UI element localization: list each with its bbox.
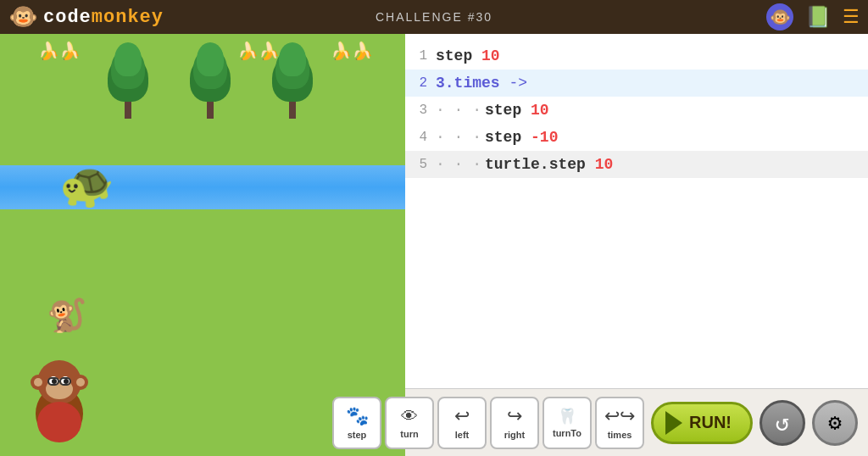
code-line-5: 5 · · ·turtle.step 10 (405, 151, 868, 178)
tree-2 (188, 42, 232, 119)
logo-monkey-icon: 🐵 (8, 3, 38, 31)
banana-bunch-3: 🍌🍌 (331, 41, 373, 62)
line-content-2: 3.times -> (436, 75, 527, 92)
turnto-icon: 🦷 (558, 407, 576, 425)
command-bar: 🐾 step 👁 turn ↩ left ↪ right (405, 388, 868, 456)
line-num-3: 3 (405, 103, 436, 118)
cmd-step-button[interactable]: 🐾 step (332, 397, 381, 449)
code-panel: 1 step 10 2 3.times -> 3 · · ·step 10 (405, 34, 868, 456)
run-label: RUN! (689, 413, 732, 432)
banana-bunch-1: 🍌🍌 (38, 41, 81, 62)
settings-button[interactable]: ⚙ (812, 400, 858, 446)
svg-point-10 (37, 402, 81, 442)
kw-arrow-2: -> (509, 75, 527, 92)
main-layout: 📏 (0, 34, 868, 456)
line-num-5: 5 (405, 157, 436, 172)
cmd-right-button[interactable]: ↪ right (490, 397, 539, 449)
step-label: step (348, 430, 367, 440)
banana-icon-1: 🍌🍌 (38, 42, 81, 62)
book-icon: 📗 (805, 5, 831, 30)
line-num-2: 2 (405, 75, 436, 91)
challenge-title: CHALLENGE #30 (376, 10, 492, 24)
times-label: times (608, 430, 632, 440)
profile-icon: 🐵 (770, 7, 791, 28)
svg-point-5 (52, 379, 57, 384)
menu-button[interactable]: ☰ (843, 6, 860, 29)
kw-turtle-5: turtle.step (485, 156, 586, 173)
cmd-times-button[interactable]: ↩↪ times (595, 397, 644, 449)
tree-foliage-2 (188, 42, 232, 119)
num-10-1: 10 (481, 47, 500, 64)
kw-step-1: step (436, 47, 472, 64)
cmd-turn-button[interactable]: 👁 turn (385, 397, 434, 449)
logo-text: codemonkey (43, 7, 164, 28)
turn-label: turn (400, 429, 418, 439)
times-icon: ↩↪ (604, 405, 635, 427)
turn-icon: 👁 (401, 407, 418, 426)
run-button[interactable]: RUN! (651, 402, 753, 444)
right-icon: ↪ (507, 405, 522, 427)
dot-indent-4: · · · (436, 129, 481, 146)
kw-times-2: 3.times (436, 75, 500, 92)
cmd-left-button[interactable]: ↩ left (437, 397, 487, 449)
play-icon (665, 411, 682, 435)
monkey-small-character: 🐒 (47, 297, 86, 336)
nav-icons: 🐵 📗 ☰ (766, 3, 860, 31)
game-panel: 📏 (0, 34, 405, 456)
logo-code: code (43, 7, 92, 28)
dot-indent-5: · · · (436, 156, 481, 173)
turnto-label: turnTo (553, 428, 581, 438)
svg-point-14 (76, 378, 85, 386)
reset-icon: ↺ (776, 409, 790, 437)
banana-bunch-2: 🍌🍌 (237, 41, 280, 62)
kw-step-3: step (485, 102, 521, 119)
step-icon: 🐾 (346, 405, 369, 427)
svg-point-6 (64, 379, 69, 384)
menu-icon: ☰ (843, 6, 860, 29)
trees-container (106, 42, 314, 119)
monkey-big-character (21, 342, 97, 448)
num-3: 10 (531, 102, 549, 119)
logo-area: 🐵 codemonkey (8, 3, 164, 31)
code-line-2: 2 3.times -> (405, 70, 868, 97)
code-line-1: 1 step 10 (405, 42, 868, 70)
dot-indent-3: · · · (436, 102, 481, 119)
left-icon: ↩ (454, 405, 470, 427)
num-5: 10 (595, 156, 614, 173)
top-nav: 🐵 codemonkey CHALLENGE #30 🐵 📗 ☰ (0, 0, 868, 34)
cmd-turnto-button[interactable]: 🦷 turnTo (542, 397, 592, 449)
book-button[interactable]: 📗 (805, 5, 831, 30)
line-content-1: step 10 (436, 47, 500, 64)
tree-foliage-1 (106, 42, 150, 119)
kw-step-4: step (485, 129, 521, 146)
line-content-3: · · ·step 10 (436, 102, 549, 119)
code-line-3: 3 · · ·step 10 (405, 97, 868, 124)
settings-icon: ⚙ (828, 409, 842, 437)
svg-point-12 (34, 378, 42, 386)
banana-icon-3: 🍌🍌 (331, 42, 373, 62)
action-buttons: RUN! ↺ ⚙ (651, 400, 858, 446)
logo-monkey: monkey (92, 7, 164, 28)
reset-button[interactable]: ↺ (760, 400, 805, 446)
turtle-character: 🐢 (59, 159, 114, 214)
line-num-4: 4 (405, 130, 436, 145)
left-label: left (455, 430, 470, 440)
line-content-5: · · ·turtle.step 10 (436, 156, 613, 173)
num-neg-4: -10 (531, 129, 558, 146)
code-line-4: 4 · · ·step -10 (405, 124, 868, 151)
line-content-4: · · ·step -10 (436, 129, 558, 146)
right-label: right (504, 430, 525, 440)
commands-area: 🐾 step 👁 turn ↩ left ↪ right (332, 397, 644, 449)
profile-button[interactable]: 🐵 (766, 3, 793, 31)
tree-1 (106, 42, 150, 119)
line-num-1: 1 (405, 48, 436, 64)
banana-icon-2: 🍌🍌 (237, 42, 280, 62)
